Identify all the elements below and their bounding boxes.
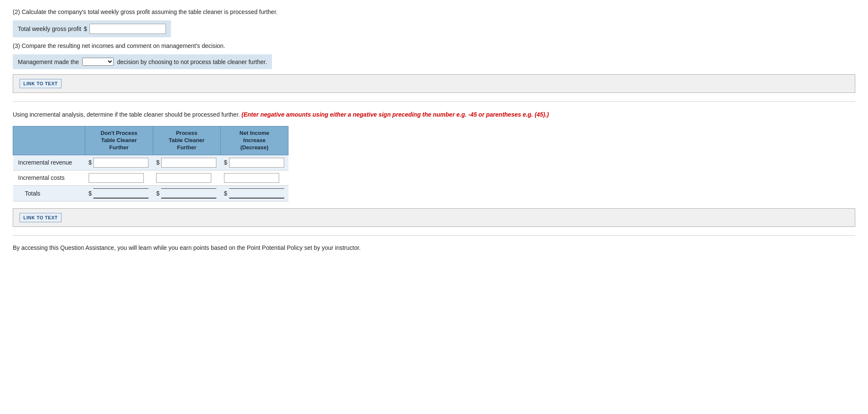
section3-question: (3) Compare the resulting net incomes an…: [13, 42, 855, 49]
col-header-dont-process: Don't ProcessTable CleanerFurther: [85, 126, 153, 155]
bottom-note: By accessing this Question Assistance, y…: [13, 244, 855, 251]
link-to-text-box-1: LINK TO TEXT: [13, 74, 855, 93]
incremental-instruction-prefix: Using incremental analysis, determine if…: [13, 111, 240, 118]
costs-process-input[interactable]: [156, 173, 211, 183]
table-row-incremental-revenue: Incremental revenue $ $ $: [13, 155, 288, 170]
bottom-divider: [13, 235, 855, 236]
costs-process-cell: [153, 170, 221, 185]
revenue-process-cell: $: [153, 155, 221, 170]
dollar-sign-1: $: [84, 25, 87, 32]
totals-process-input-group: $: [156, 188, 217, 199]
totals-net-cell: $: [221, 185, 288, 201]
totals-net-input[interactable]: [229, 188, 284, 199]
costs-net-cell: [221, 170, 288, 185]
total-weekly-profit-input[interactable]: [90, 24, 166, 34]
link-to-text-button-1[interactable]: LINK TO TEXT: [20, 79, 62, 88]
link-to-text-button-2[interactable]: LINK TO TEXT: [20, 213, 62, 222]
costs-dont-process-input[interactable]: [89, 173, 144, 183]
revenue-label: Incremental revenue: [13, 155, 85, 170]
dollar-rev-3: $: [224, 159, 227, 166]
dollar-tot-2: $: [156, 190, 160, 197]
costs-dont-process-input-group: [89, 173, 150, 183]
table-header-row: Don't ProcessTable CleanerFurther Proces…: [13, 126, 288, 155]
total-weekly-label: Total weekly gross profit: [18, 25, 81, 32]
revenue-dont-process-input[interactable]: [93, 158, 148, 168]
revenue-process-input-group: $: [156, 158, 217, 168]
dollar-tot-1: $: [89, 190, 92, 197]
totals-process-cell: $: [153, 185, 221, 201]
table-row-incremental-costs: Incremental costs: [13, 170, 288, 185]
col-header-empty: [13, 126, 85, 155]
table-row-totals: Totals $ $ $: [13, 185, 288, 201]
totals-dont-process-cell: $: [85, 185, 153, 201]
management-suffix: decision by choosing to not process tabl…: [117, 59, 267, 65]
totals-process-input[interactable]: [161, 188, 216, 199]
costs-dont-process-cell: [85, 170, 153, 185]
section-divider: [13, 101, 855, 102]
dollar-rev-1: $: [89, 159, 92, 166]
incremental-instruction-red: (Enter negative amounts using either a n…: [241, 111, 549, 118]
col-header-net-income: Net IncomeIncrease(Decrease): [221, 126, 288, 155]
incremental-section: Using incremental analysis, determine if…: [13, 110, 855, 227]
totals-dont-process-input[interactable]: [93, 188, 148, 199]
management-decision-row: Management made the correct incorrect de…: [13, 54, 272, 69]
costs-net-input-group: [224, 173, 285, 183]
management-prefix: Management made the: [18, 59, 79, 65]
section2-question: (2) Calculate the company's total weekly…: [13, 8, 855, 15]
incremental-instructions: Using incremental analysis, determine if…: [13, 110, 855, 119]
total-weekly-profit-row: Total weekly gross profit $: [13, 20, 171, 37]
revenue-net-input-group: $: [224, 158, 285, 168]
revenue-net-input[interactable]: [229, 158, 284, 168]
col-header-process: ProcessTable CleanerFurther: [153, 126, 221, 155]
section-2: (2) Calculate the company's total weekly…: [13, 8, 855, 93]
costs-net-input[interactable]: [224, 173, 279, 183]
totals-label-cell: Totals: [13, 185, 85, 201]
link-to-text-box-2: LINK TO TEXT: [13, 208, 855, 227]
totals-dont-process-input-group: $: [89, 188, 150, 199]
costs-label: Incremental costs: [13, 170, 85, 185]
management-dropdown[interactable]: correct incorrect: [82, 58, 114, 66]
dollar-tot-3: $: [224, 190, 227, 197]
revenue-dont-process-input-group: $: [89, 158, 150, 168]
revenue-net-cell: $: [221, 155, 288, 170]
costs-process-input-group: [156, 173, 217, 183]
incremental-table: Don't ProcessTable CleanerFurther Proces…: [13, 126, 288, 201]
totals-net-input-group: $: [224, 188, 285, 199]
revenue-dont-process-cell: $: [85, 155, 153, 170]
revenue-process-input[interactable]: [161, 158, 216, 168]
dollar-rev-2: $: [156, 159, 160, 166]
